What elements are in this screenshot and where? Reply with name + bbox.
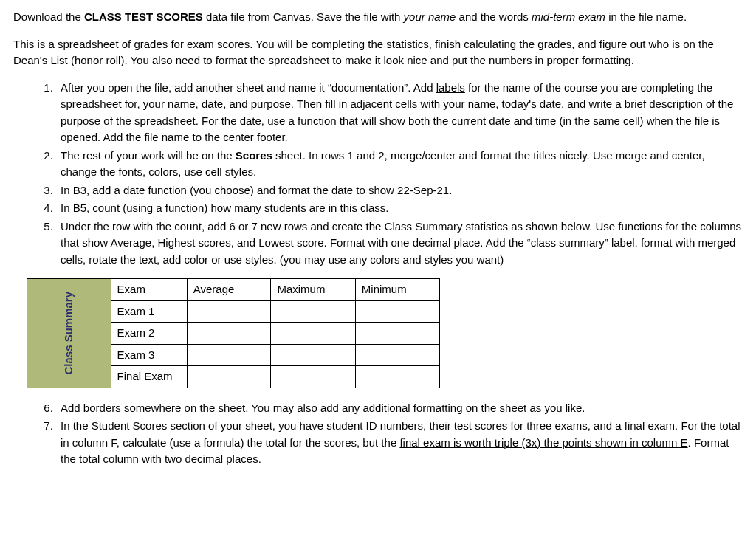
italic-text: your name [404, 10, 456, 23]
table-header-cell: Maximum [271, 279, 355, 301]
text: The rest of your work will be on the [61, 149, 236, 162]
table-cell [271, 323, 355, 345]
table-cell: Final Exam [111, 366, 187, 388]
table-header-cell: Exam [111, 279, 187, 301]
table-cell [187, 344, 271, 366]
table-cell [355, 344, 439, 366]
instructions-list-b: Add borders somewhere on the sheet. You … [13, 400, 743, 468]
table-cell: Exam 3 [111, 344, 187, 366]
underline-text: final exam is worth triple (3x) the poin… [399, 436, 687, 449]
table-cell [355, 323, 439, 345]
table-cell [271, 344, 355, 366]
list-item: In B3, add a date function (you choose) … [56, 182, 743, 199]
list-item: Under the row with the count, add 6 or 7… [56, 219, 743, 269]
intro-paragraph-2: This is a spreadsheet of grades for exam… [13, 36, 743, 69]
list-item: After you open the file, add another she… [56, 80, 743, 146]
table-cell [355, 300, 439, 323]
class-summary-table-wrap: Class Summary Exam Average Maximum Minim… [27, 278, 743, 388]
bold-text: Scores [236, 149, 272, 162]
table-cell [355, 366, 439, 388]
class-summary-table: Class Summary Exam Average Maximum Minim… [27, 278, 440, 388]
underline-text: labels [436, 81, 465, 94]
text: Download the [13, 10, 84, 23]
text: data file from Canvas. Save the file wit… [203, 10, 404, 23]
table-cell [187, 323, 271, 345]
rotated-label: Class Summary [61, 292, 78, 375]
table-header-cell: Average [187, 279, 271, 301]
table-cell [187, 366, 271, 388]
instructions-list-a: After you open the file, add another she… [13, 80, 743, 269]
bold-text: CLASS TEST SCORES [84, 10, 203, 23]
text: and the words [456, 10, 532, 23]
table-cell [271, 366, 355, 388]
table-cell [271, 300, 355, 323]
table-cell: Exam 1 [111, 300, 187, 323]
list-item: In B5, count (using a function) how many… [56, 200, 743, 217]
table-header-cell: Minimum [355, 279, 439, 301]
rotated-label-cell: Class Summary [27, 279, 111, 388]
list-item: Add borders somewhere on the sheet. You … [56, 400, 743, 417]
list-item: The rest of your work will be on the Sco… [56, 148, 743, 181]
text: After you open the file, add another she… [61, 81, 436, 94]
table-cell: Exam 2 [111, 323, 187, 345]
table-cell [187, 300, 271, 323]
list-item: In the Student Scores section of your sh… [56, 418, 743, 468]
italic-text: mid-term exam [532, 10, 605, 23]
text: in the file name. [605, 10, 687, 23]
intro-paragraph-1: Download the CLASS TEST SCORES data file… [13, 9, 743, 26]
